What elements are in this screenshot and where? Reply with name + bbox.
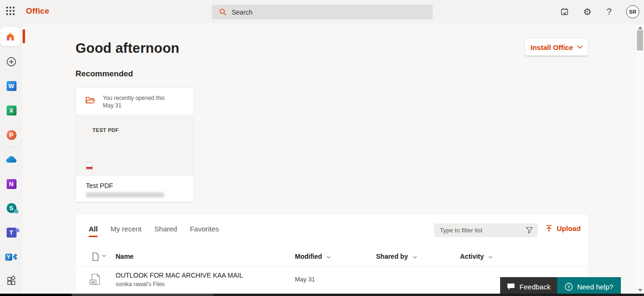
svg-text:?: ? (568, 284, 570, 289)
sidebar-item-onenote[interactable]: N (0, 175, 23, 192)
scrollbar-thumb[interactable] (637, 30, 643, 50)
chevron-down-icon (326, 256, 331, 259)
excel-icon: X (7, 106, 17, 115)
card-activity-header: You recently opened this May 31 (76, 88, 193, 115)
recommended-heading: Recommended (75, 69, 133, 79)
tab-my-recent[interactable]: My recent (110, 225, 142, 237)
sidebar-item-excel[interactable]: X (0, 102, 23, 119)
install-office-button[interactable]: Install Office (525, 39, 588, 56)
card-thumbnail: TEST PDF (76, 115, 193, 176)
chevron-down-icon (488, 256, 493, 259)
filter-input[interactable] (440, 227, 526, 234)
tab-shared[interactable]: Shared (154, 225, 177, 237)
taskbar-edge (0, 294, 644, 296)
feedback-button[interactable]: Feedback (500, 277, 557, 296)
home-icon (5, 32, 16, 42)
sidebar-item-word[interactable]: W (0, 77, 23, 94)
sidebar-item-create[interactable] (0, 53, 23, 70)
folder-open-icon (85, 96, 95, 104)
column-header-shared-by[interactable]: Shared by (376, 253, 417, 260)
office-logo[interactable]: Office (26, 7, 49, 16)
account-avatar[interactable]: SR (626, 5, 639, 18)
vertical-scrollbar[interactable] (636, 24, 644, 296)
column-header-name[interactable]: Name (116, 253, 134, 260)
files-tabs: All My recent Shared Favorites (89, 225, 219, 237)
card-file-title: Test PDF (86, 182, 113, 189)
sidebar-item-powerpoint[interactable]: P (0, 126, 23, 143)
main-content: Good afternoon Install Office Recommende… (23, 24, 636, 296)
top-bar: Office ⚙ ? SR (0, 0, 644, 24)
column-header-activity[interactable]: Activity (460, 253, 493, 260)
file-type-column-icon[interactable] (92, 252, 99, 261)
need-help-button[interactable]: ? Need help? (557, 277, 621, 296)
thumbnail-title-text: TEST PDF (92, 127, 119, 133)
upload-button[interactable]: Upload (545, 224, 581, 232)
scrollbar-down-arrow[interactable] (638, 289, 643, 292)
feedback-bubble-icon (507, 283, 515, 290)
chevron-down-icon (413, 256, 417, 259)
pdf-file-icon (86, 162, 93, 170)
card-activity-line2: May 31 (103, 102, 165, 109)
help-circle-icon: ? (565, 283, 573, 291)
scrollbar-up-arrow[interactable] (638, 26, 643, 29)
sidebar-item-teams[interactable]: T (0, 224, 23, 241)
all-apps-icon (6, 276, 17, 286)
card-activity-line1: You recently opened this (103, 94, 165, 102)
rar-file-icon: rar (88, 273, 102, 287)
active-app-indicator (23, 29, 25, 43)
svg-text:rar: rar (91, 280, 95, 284)
card-file-subtitle-redacted (86, 192, 164, 197)
onedrive-icon (5, 155, 17, 164)
settings-gear-icon[interactable]: ⚙ (581, 5, 594, 18)
yammer-icon: Y (5, 253, 18, 261)
search-icon (219, 8, 227, 16)
files-table-header: Name Modified Shared by Activity (75, 248, 588, 266)
sharepoint-icon: S (7, 203, 17, 213)
upload-icon (545, 225, 552, 232)
app-rail: W X P N S T Y (0, 24, 23, 296)
search-input[interactable] (232, 8, 411, 16)
help-question-icon[interactable]: ? (602, 5, 616, 18)
word-icon: W (7, 81, 17, 91)
sidebar-item-sharepoint[interactable]: S (0, 199, 23, 216)
search-bar[interactable] (212, 5, 433, 19)
onenote-icon: N (7, 179, 17, 189)
filter-box[interactable] (434, 223, 538, 237)
teams-icon: T (7, 228, 17, 238)
tab-favorites[interactable]: Favorites (190, 225, 219, 237)
sidebar-item-home[interactable] (0, 27, 21, 46)
app-launcher-icon[interactable] (5, 6, 17, 18)
column-header-modified[interactable]: Modified (295, 253, 331, 260)
chevron-down-icon (102, 255, 106, 257)
rail-divider (5, 147, 18, 148)
file-name: OUTLOOK FOR MAC ARCHIVE KAA MAIL (116, 271, 243, 279)
tab-all[interactable]: All (89, 225, 98, 237)
greeting-heading: Good afternoon (75, 41, 179, 56)
file-location: sonika rawat's Files (116, 281, 165, 288)
chevron-down-icon (577, 45, 583, 49)
filter-funnel-icon (526, 227, 533, 234)
powerpoint-icon: P (7, 130, 17, 140)
sidebar-item-all-apps[interactable] (0, 272, 23, 289)
sidebar-item-yammer[interactable]: Y (0, 248, 23, 265)
sidebar-item-onedrive[interactable] (0, 151, 23, 168)
recommended-card[interactable]: You recently opened this May 31 TEST PDF… (75, 87, 194, 202)
file-modified-date: May 31 (295, 276, 315, 283)
plus-icon (6, 57, 17, 67)
my-day-icon[interactable] (558, 5, 571, 18)
